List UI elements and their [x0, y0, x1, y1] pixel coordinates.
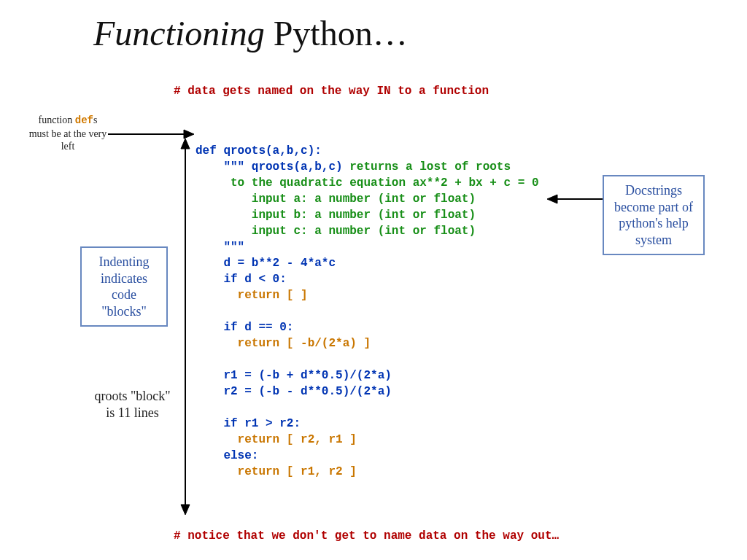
svg-marker-6	[181, 505, 190, 515]
code-line: r1 = (-b + d**0.5)/(2*a)	[196, 369, 392, 382]
code-line: if r1 > r2:	[196, 417, 301, 430]
code-line: r2 = (-b - d**0.5)/(2*a)	[196, 385, 392, 398]
code-line: input b: a number (int or float)	[196, 209, 476, 222]
svg-marker-4	[181, 139, 190, 149]
top-comment: # data gets named on the way IN to a fun…	[174, 85, 489, 98]
code-line: return [ r1, r2 ]	[196, 465, 357, 478]
code-line: d = b**2 - 4*a*c	[196, 257, 336, 270]
code-line: return [ ]	[196, 289, 308, 302]
code-line: to the quadratic equation ax**2 + bx + c…	[196, 176, 538, 190]
code-line: else:	[196, 449, 258, 462]
title-rest: Python…	[265, 14, 408, 52]
code-line: """ qroots(a,b,c)	[196, 160, 349, 174]
keyword-def: def	[75, 114, 93, 126]
svg-marker-3	[547, 195, 557, 203]
code-line: return [ r2, r1 ]	[196, 433, 357, 446]
code-line: def qroots(a,b,c):	[196, 144, 322, 158]
title-emphasis: Functioning	[93, 14, 265, 52]
code-line: """	[196, 241, 244, 254]
side-note-pre: function	[39, 114, 75, 125]
vertical-span-icon	[178, 139, 193, 515]
code-line: returns a lost of roots	[349, 160, 511, 174]
callout-docstrings: Docstrings become part of python's help …	[603, 175, 705, 255]
code-block: def qroots(a,b,c): """ qroots(a,b,c) ret…	[196, 127, 538, 480]
left-def-note: function defs must be at the very left	[28, 114, 108, 153]
bottom-comment: # notice that we don't get to name data …	[174, 529, 559, 542]
slide-title: Functioning Python…	[93, 13, 408, 53]
qroots-lines-note: qroots "block" is 11 lines	[90, 388, 174, 422]
callout-indenting: Indenting indicates code "blocks"	[80, 246, 168, 327]
arrow-left-icon	[547, 191, 604, 207]
code-line: if d < 0:	[196, 273, 287, 286]
svg-marker-1	[184, 130, 194, 139]
code-line: return [ -b/(2*a) ]	[196, 337, 371, 350]
code-line: input c: a number (int or float)	[196, 225, 476, 238]
code-line: input a: a number (int or float)	[196, 192, 476, 206]
code-line: if d == 0:	[196, 321, 293, 334]
